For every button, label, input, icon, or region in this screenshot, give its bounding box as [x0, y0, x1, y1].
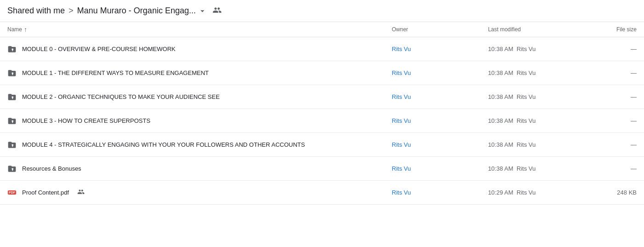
file-name-text: MODULE 4 - STRATEGICALLY ENGAGING WITH Y…	[22, 141, 305, 148]
file-owner-cell[interactable]: Rits Vu	[385, 181, 481, 205]
file-owner-cell[interactable]: Rits Vu	[385, 133, 481, 157]
file-name-cell: MODULE 4 - STRATEGICALLY ENGAGING WITH Y…	[0, 133, 385, 157]
file-owner-cell[interactable]: Rits Vu	[385, 61, 481, 85]
file-name-cell: MODULE 0 - OVERVIEW & PRE-COURSE HOMEWOR…	[0, 37, 385, 61]
breadcrumb-current-folder[interactable]: Manu Muraro - Organic Engag...	[77, 6, 207, 16]
table-header-row: Name ↑ Owner Last modified File size	[0, 22, 644, 37]
file-name-text: MODULE 1 - THE DIFFERENT WAYS TO MEASURE…	[22, 69, 209, 76]
file-name-cell: MODULE 2 - ORGANIC TECHNIQUES TO MAKE YO…	[0, 85, 385, 109]
file-modified-cell: 10:38 AM Rits Vu	[481, 61, 609, 85]
column-header-modified[interactable]: Last modified	[481, 22, 609, 37]
file-size-cell: —	[609, 109, 644, 133]
file-modified-cell: 10:38 AM Rits Vu	[481, 109, 609, 133]
column-header-name[interactable]: Name ↑	[0, 22, 385, 37]
file-size-cell: —	[609, 133, 644, 157]
file-owner-cell[interactable]: Rits Vu	[385, 157, 481, 181]
file-modified-cell: 10:29 AM Rits Vu	[481, 181, 609, 205]
table-row[interactable]: PDF Proof Content.pdf Rits Vu 10:29 AM R…	[0, 181, 644, 205]
file-table: Name ↑ Owner Last modified File size MOD…	[0, 22, 644, 205]
table-row[interactable]: MODULE 1 - THE DIFFERENT WAYS TO MEASURE…	[0, 61, 644, 85]
file-name-text: MODULE 3 - HOW TO CREATE SUPERPOSTS	[22, 117, 150, 124]
file-modified-cell: 10:38 AM Rits Vu	[481, 37, 609, 61]
file-size-cell: —	[609, 85, 644, 109]
file-name-cell: Resources & Bonuses	[0, 157, 385, 181]
file-owner-cell[interactable]: Rits Vu	[385, 85, 481, 109]
svg-point-0	[12, 49, 13, 50]
table-row[interactable]: MODULE 3 - HOW TO CREATE SUPERPOSTS Rits…	[0, 109, 644, 133]
file-size-cell: —	[609, 61, 644, 85]
breadcrumb: Shared with me > Manu Muraro - Organic E…	[0, 0, 644, 22]
table-row[interactable]: Resources & Bonuses Rits Vu 10:38 AM Rit…	[0, 157, 644, 181]
column-header-owner[interactable]: Owner	[385, 22, 481, 37]
folder-shared-icon	[7, 164, 17, 173]
folder-shared-icon	[7, 140, 17, 149]
folder-shared-icon	[7, 92, 17, 102]
file-owner-cell[interactable]: Rits Vu	[385, 37, 481, 61]
file-size-cell: 248 KB	[609, 181, 644, 205]
chevron-down-icon	[198, 6, 207, 16]
svg-point-1	[12, 73, 13, 74]
folder-shared-icon	[7, 45, 17, 54]
file-name-text: Resources & Bonuses	[22, 165, 81, 172]
file-name-text: MODULE 0 - OVERVIEW & PRE-COURSE HOMEWOR…	[22, 46, 175, 52]
file-modified-cell: 10:38 AM Rits Vu	[481, 133, 609, 157]
folder-shared-icon	[7, 69, 17, 78]
sort-ascending-icon: ↑	[24, 26, 27, 33]
file-name-cell: PDF Proof Content.pdf	[0, 181, 385, 205]
breadcrumb-shared-with-me[interactable]: Shared with me	[7, 6, 65, 16]
shared-people-icon	[77, 188, 85, 197]
file-modified-cell: 10:38 AM Rits Vu	[481, 157, 609, 181]
file-name-text: MODULE 2 - ORGANIC TECHNIQUES TO MAKE YO…	[22, 93, 220, 100]
breadcrumb-current-label: Manu Muraro - Organic Engag...	[77, 6, 196, 16]
column-header-size[interactable]: File size	[609, 22, 644, 37]
svg-point-5	[12, 168, 13, 170]
table-row[interactable]: MODULE 4 - STRATEGICALLY ENGAGING WITH Y…	[0, 133, 644, 157]
file-name-cell: MODULE 3 - HOW TO CREATE SUPERPOSTS	[0, 109, 385, 133]
file-size-cell: —	[609, 37, 644, 61]
svg-point-3	[12, 121, 13, 122]
svg-point-2	[12, 97, 13, 98]
svg-point-4	[12, 144, 13, 146]
people-icon	[213, 6, 222, 16]
file-owner-cell[interactable]: Rits Vu	[385, 109, 481, 133]
file-name-cell: MODULE 1 - THE DIFFERENT WAYS TO MEASURE…	[0, 61, 385, 85]
table-row[interactable]: MODULE 0 - OVERVIEW & PRE-COURSE HOMEWOR…	[0, 37, 644, 61]
file-modified-cell: 10:38 AM Rits Vu	[481, 85, 609, 109]
breadcrumb-separator: >	[69, 6, 74, 16]
file-size-cell: —	[609, 157, 644, 181]
pdf-icon: PDF	[7, 188, 17, 197]
file-name-text: Proof Content.pdf	[22, 189, 69, 196]
folder-shared-icon	[7, 116, 17, 126]
table-row[interactable]: MODULE 2 - ORGANIC TECHNIQUES TO MAKE YO…	[0, 85, 644, 109]
